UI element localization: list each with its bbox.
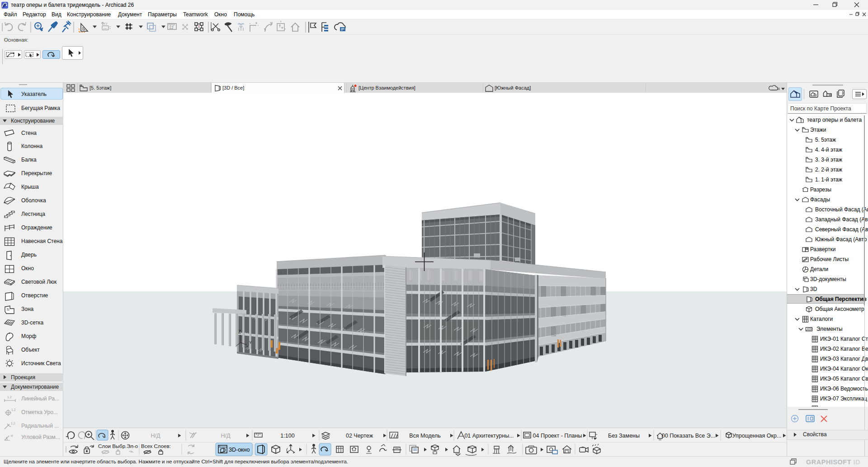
svg-text:00 Показать Все Э...: 00 Показать Все Э...: [662, 433, 715, 439]
svg-text:1.2: 1.2: [11, 408, 16, 411]
svg-text:Слои Выбр.Эл-о: Слои Выбр.Эл-о: [98, 443, 138, 449]
svg-text:Всех Слоев:: Всех Слоев:: [141, 443, 171, 449]
svg-text:Y: Y: [249, 340, 252, 345]
svg-text:XY: XY: [103, 22, 108, 26]
svg-text:1:100: 1:100: [280, 433, 294, 439]
svg-text:1.2: 1.2: [11, 422, 15, 425]
svg-text:Упрощенная Окр...: Упрощенная Окр...: [732, 433, 782, 439]
svg-text:Вся Модель: Вся Модель: [409, 433, 441, 439]
svg-text:04 Проект - Планы: 04 Проект - Планы: [533, 433, 582, 439]
svg-text:Без Замены: Без Замены: [608, 433, 640, 439]
svg-text:Н/Д: Н/Д: [221, 433, 231, 439]
svg-text:Z: Z: [238, 329, 241, 334]
svg-text:12: 12: [169, 25, 174, 30]
svg-text:Н/Д: Н/Д: [151, 433, 161, 439]
svg-text:α: α: [11, 434, 13, 438]
svg-text:3D-окно: 3D-окно: [229, 447, 250, 453]
svg-text:01 Архитектурны...: 01 Архитектурны...: [464, 433, 514, 439]
svg-text:1.2: 1.2: [7, 396, 12, 399]
svg-text:02 Чертеж: 02 Чертеж: [346, 433, 373, 439]
